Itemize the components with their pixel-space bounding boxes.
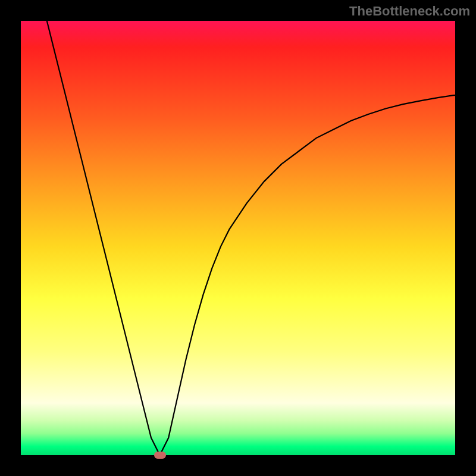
- minimum-marker: [154, 452, 166, 459]
- curve-svg: [21, 21, 455, 455]
- bottleneck-curve: [47, 21, 455, 455]
- chart-container: TheBottleneck.com: [0, 0, 476, 476]
- plot-area: [21, 21, 455, 455]
- watermark-text: TheBottleneck.com: [349, 4, 470, 19]
